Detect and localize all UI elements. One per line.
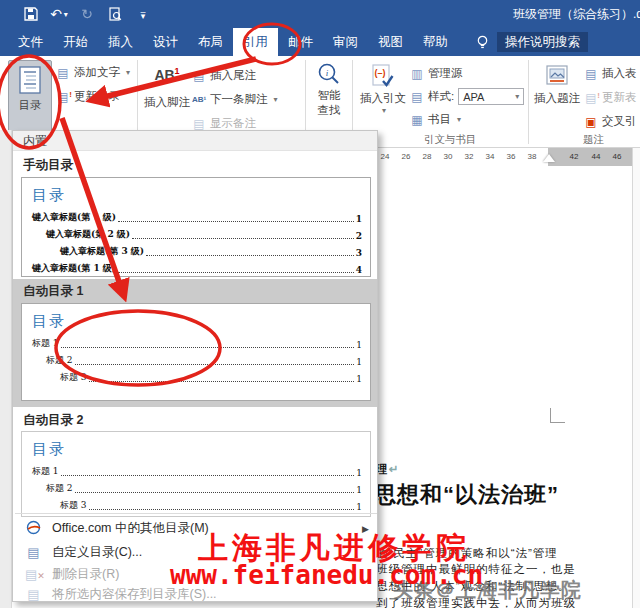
cross-reference-icon: ▣ <box>584 116 598 128</box>
toc-entry: 标题 21 <box>22 482 370 495</box>
margin-corner-mark <box>550 408 565 423</box>
insert-citation-caret: ▾ <box>382 106 386 115</box>
show-notes-icon: ▤ <box>192 118 206 130</box>
ruler-number: 44 <box>592 152 601 161</box>
save-icon[interactable] <box>22 5 40 23</box>
ribbon-tab-bar: 文件 开始 插入 设计 布局 引用 邮件 审阅 视图 帮助 操作说明搜索 <box>0 28 640 56</box>
cross-reference-button[interactable]: ▣ 交叉引 <box>584 114 637 129</box>
red-watermark-line2: www.feifanedu.com.cn <box>170 560 483 590</box>
ruler-number: 26 <box>402 152 411 161</box>
svg-text:i: i <box>326 68 329 78</box>
manage-sources-button[interactable]: ▥ 管理源 <box>410 66 463 81</box>
office-com-icon <box>25 520 42 538</box>
tab-mailings[interactable]: 邮件 <box>278 28 323 56</box>
auto-toc1-preview[interactable]: 目录 标题 11 标题 21 标题 31 <box>21 303 371 401</box>
ruler-number: 34 <box>486 152 495 161</box>
doc-heading: 思想和“以法治班” <box>374 480 559 510</box>
preview-toc-heading: 目录 <box>32 312 370 331</box>
word-window: ↶▾ ↻ –▾ 班级管理（综合练习）.d 文件 开始 插入 设计 布局 引用 邮… <box>0 0 640 608</box>
add-text-button[interactable]: ▤ 添加文字▾ <box>56 65 130 80</box>
manage-sources-label: 管理源 <box>428 66 463 81</box>
title-bar: ↶▾ ↻ –▾ 班级管理（综合练习）.d <box>0 0 640 28</box>
auto-toc1-label: 自动目录 1 <box>23 283 83 300</box>
cross-reference-label: 交叉引 <box>602 114 637 129</box>
auto-toc2-label: 自动目录 2 <box>23 412 83 429</box>
redo-button[interactable]: ↻ <box>78 5 96 23</box>
next-footnote-button[interactable]: AB¹ 下一条脚注▾ <box>192 92 278 107</box>
toc-entry: 标题 11 <box>22 465 370 478</box>
ruler-indent-marker[interactable] <box>543 154 555 162</box>
style-combobox[interactable]: APA▾ <box>458 88 524 105</box>
insert-footnote-label: 插入脚注 <box>144 95 190 110</box>
custom-toc-label: 自定义目录(C)... <box>52 544 142 561</box>
tab-references[interactable]: 引用 <box>233 28 278 56</box>
smart-lookup-button[interactable]: i 智能 查找 <box>309 62 349 118</box>
preview-toc-heading: 目录 <box>32 440 370 459</box>
insert-citation-icon: (–) <box>370 64 396 90</box>
style-icon: ▤ <box>410 91 424 103</box>
bibliography-button[interactable]: ▦ 书目▾ <box>410 112 461 127</box>
update-table-button[interactable]: ▤! 更新表 <box>584 90 637 105</box>
insert-citation-button[interactable]: (–) 插入引文 ▾ <box>360 64 406 115</box>
smart-lookup-icon: i <box>317 62 341 86</box>
toc-entry: 键入章标题(第 1 级)4 <box>22 262 370 275</box>
tab-view[interactable]: 视图 <box>368 28 413 56</box>
tab-help[interactable]: 帮助 <box>413 28 458 56</box>
doc-line-partial: 理↵ <box>376 462 399 477</box>
custom-toc-icon: ▤ <box>25 545 42 560</box>
insert-citation-label: 插入引文 <box>360 91 406 106</box>
print-preview-icon[interactable] <box>106 5 124 23</box>
update-toc-button[interactable]: ▤! 更新目录 <box>56 89 120 104</box>
insert-table-of-figures-icon: ▤ <box>584 68 598 80</box>
insert-footnote-button[interactable]: AB1 插入脚注 <box>144 66 190 110</box>
tab-design[interactable]: 设计 <box>143 28 188 56</box>
tab-file[interactable]: 文件 <box>8 28 53 56</box>
tab-layout[interactable]: 布局 <box>188 28 233 56</box>
ruler-number: 30 <box>444 152 453 161</box>
toc-button[interactable]: 目录 <box>8 60 52 136</box>
next-footnote-icon: AB¹ <box>192 94 206 106</box>
add-text-icon: ▤ <box>56 67 70 79</box>
smart-lookup-label2: 查找 <box>318 103 341 118</box>
toc-entry: 键入章标题(第 3 级)3 <box>22 245 370 258</box>
toc-button-icon <box>18 66 42 94</box>
next-footnote-label: 下一条脚注 <box>210 92 268 107</box>
remove-toc-icon: ▤✕ <box>25 567 42 582</box>
tab-home[interactable]: 开始 <box>53 28 98 56</box>
tab-insert[interactable]: 插入 <box>98 28 143 56</box>
ruler-number: 28 <box>423 152 432 161</box>
menu-separator <box>15 513 377 514</box>
customize-qat-icon[interactable]: –▾ <box>134 5 152 23</box>
insert-footnote-icon: AB1 <box>154 66 179 83</box>
remove-toc-label: 删除目录(R) <box>52 566 119 583</box>
preview-toc-heading: 目录 <box>32 186 370 205</box>
tell-me-search[interactable]: 操作说明搜索 <box>497 32 588 52</box>
insert-caption-icon <box>544 64 570 90</box>
tab-review[interactable]: 审阅 <box>323 28 368 56</box>
show-notes-button[interactable]: ▤ 显示备注 <box>192 116 256 131</box>
ruler-number: 42 <box>570 152 579 161</box>
insert-endnote-button[interactable]: ▤ 插入尾注 <box>192 68 256 83</box>
update-table-label: 更新表 <box>602 90 637 105</box>
ruler-number: 36 <box>507 152 516 161</box>
insert-table-of-figures-label: 插入表 <box>602 66 637 81</box>
insert-endnote-label: 插入尾注 <box>210 68 256 83</box>
manual-toc-preview[interactable]: 目录 键入章标题(第 1 级)1 键入章标题(第 2 级)2 键入章标题(第 3… <box>21 177 371 277</box>
insert-caption-label: 插入题注 <box>534 91 580 106</box>
update-table-icon: ▤! <box>584 92 598 104</box>
add-text-label: 添加文字 <box>74 65 120 80</box>
toc-entry: 标题 31 <box>22 499 370 512</box>
svg-text:(–): (–) <box>375 68 386 78</box>
menu-builtin-header: 内置 <box>13 131 377 151</box>
scrollbar-area[interactable] <box>632 148 640 608</box>
manage-sources-icon: ▥ <box>410 68 424 80</box>
bibliography-label: 书目 <box>428 112 451 127</box>
smart-lookup-label1: 智能 <box>318 88 341 103</box>
ruler-number: 38 <box>528 152 537 161</box>
undo-button[interactable]: ↶▾ <box>50 5 68 23</box>
insert-table-of-figures-button[interactable]: ▤ 插入表 <box>584 66 637 81</box>
style-label: 样式: <box>428 89 454 104</box>
auto-toc2-preview[interactable]: 目录 标题 11 标题 21 标题 31 <box>21 431 371 517</box>
manual-toc-label: 手动目录 <box>23 157 73 174</box>
insert-caption-button[interactable]: 插入题注 <box>534 64 580 106</box>
